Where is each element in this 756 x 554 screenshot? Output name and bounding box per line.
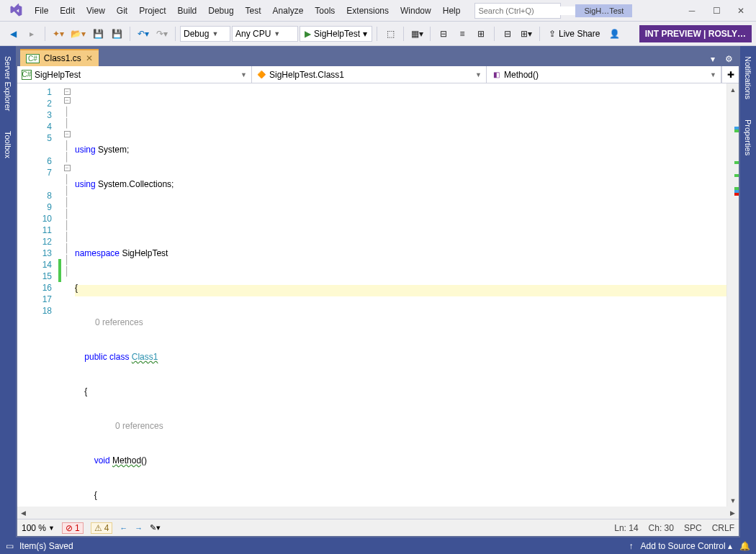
menu-view[interactable]: View	[81, 3, 111, 19]
editor-status-bar: 100 % ▼ ⊘ 1 ⚠ 4 ← → ✎▾ Ln: 14 Ch: 30 SPC…	[17, 519, 739, 536]
right-side-tabs: Notifications Properties	[740, 46, 756, 537]
forward-button[interactable]: ▸	[23, 25, 40, 42]
char-indicator: Ch: 30	[649, 523, 674, 533]
menu-edit[interactable]: Edit	[54, 3, 81, 19]
error-count[interactable]: ⊘ 1	[62, 522, 84, 534]
notifications-icon[interactable]: 🔔	[739, 541, 750, 551]
menu-file[interactable]: File	[29, 3, 54, 19]
csharp-icon: C#	[26, 54, 40, 63]
menu-window[interactable]: Window	[395, 3, 437, 19]
toolbox-tab[interactable]: Toolbox	[2, 127, 14, 163]
menu-help[interactable]: Help	[437, 3, 467, 19]
tool-btn-2[interactable]: ▦▾	[408, 25, 426, 42]
window-controls: ─ ☐ ✕	[680, 1, 753, 20]
nav-project[interactable]: C# SigHelpTest▼	[17, 66, 252, 83]
live-share-button[interactable]: ⇪Live Share	[544, 29, 604, 39]
tool-btn-4[interactable]: ≡	[454, 25, 471, 42]
error-icon: ⊘	[66, 523, 73, 533]
toolbar: ◀ ▸ ✦▾ 📂▾ 💾 💾 ↶▾ ↷▾ Debug▼ Any CPU▼ ▶Sig…	[0, 22, 756, 46]
output-icon[interactable]: ▭	[6, 541, 14, 551]
file-tab-class1[interactable]: C# Class1.cs ✕	[20, 49, 99, 66]
undo-button[interactable]: ↶▾	[135, 25, 152, 42]
method-icon: ◧	[491, 70, 501, 80]
share-icon: ⇪	[549, 29, 556, 39]
class-icon: 🔶	[256, 70, 266, 80]
main-area: Server Explorer Toolbox C# Class1.cs ✕ ▾…	[0, 46, 756, 537]
nav-fwd[interactable]: →	[135, 524, 143, 532]
nav-back[interactable]: ←	[120, 524, 127, 532]
minimize-button[interactable]: ─	[680, 1, 704, 20]
tool-btn-6[interactable]: ⊟	[499, 25, 516, 42]
tool-btn-5[interactable]: ⊞	[472, 25, 490, 42]
tab-settings-icon[interactable]: ⚙	[721, 52, 736, 66]
back-button[interactable]: ◀	[4, 25, 22, 42]
solution-title: SigH…Test	[575, 4, 632, 17]
zoom-level[interactable]: 100 % ▼	[22, 523, 55, 533]
code-text[interactable]: using System; using System.Collections; …	[72, 83, 726, 507]
save-button[interactable]: 💾	[89, 25, 107, 42]
menu-analyze[interactable]: Analyze	[267, 3, 310, 19]
warning-icon: ⚠	[94, 523, 102, 533]
tool-btn-1[interactable]: ⬚	[382, 25, 399, 42]
nav-bar: C# SigHelpTest▼ 🔶 SigHelpTest.Class1▼ ◧ …	[17, 66, 739, 83]
tool-btn-3[interactable]: ⊟	[435, 25, 452, 42]
editor-zone: C# Class1.cs ✕ ▾ ⚙ C# SigHelpTest▼ 🔶 Sig…	[16, 46, 740, 537]
menu-bar: File Edit View Git Project Build Debug T…	[0, 0, 756, 22]
lineending-indicator[interactable]: CRLF	[712, 523, 734, 533]
tab-strip: C# Class1.cs ✕ ▾ ⚙	[17, 47, 739, 66]
warning-count[interactable]: ⚠ 4	[91, 522, 113, 534]
source-control-button[interactable]: Add to Source Control ▴	[641, 541, 732, 551]
start-debug-button[interactable]: ▶SigHelpTest▾	[300, 26, 372, 42]
server-explorer-tab[interactable]: Server Explorer	[2, 52, 14, 115]
vertical-scrollbar[interactable]: ▲ ▼	[726, 83, 739, 507]
search-box[interactable]: 🔍	[474, 3, 561, 19]
menu-debug[interactable]: Debug	[202, 3, 239, 19]
nav-member[interactable]: ◧ Method()▼	[487, 66, 721, 83]
platform-dropdown[interactable]: Any CPU▼	[232, 26, 298, 42]
redo-button[interactable]: ↷▾	[153, 25, 171, 42]
line-indicator: Ln: 14	[614, 523, 638, 533]
publish-icon[interactable]: ↑	[629, 541, 634, 551]
fold-button[interactable]: −	[64, 165, 71, 171]
menu-git[interactable]: Git	[111, 3, 133, 19]
notifications-tab[interactable]: Notifications	[742, 52, 754, 104]
scroll-down-icon[interactable]: ▼	[727, 494, 739, 507]
split-editor-button[interactable]: ✚	[721, 66, 739, 83]
menu-test[interactable]: Test	[240, 3, 267, 19]
config-dropdown[interactable]: Debug▼	[180, 26, 230, 42]
horizontal-scrollbar[interactable]: ◀▶	[17, 507, 739, 519]
menu-build[interactable]: Build	[172, 3, 203, 19]
preview-badge[interactable]: INT PREVIEW | ROSLY…	[639, 25, 752, 42]
feedback-button[interactable]: 👤	[606, 25, 623, 42]
tab-dropdown[interactable]: ▾	[706, 52, 720, 66]
csharp-project-icon: C#	[22, 70, 32, 80]
properties-tab[interactable]: Properties	[742, 115, 754, 160]
brush-tool[interactable]: ✎▾	[150, 523, 161, 532]
maximize-button[interactable]: ☐	[704, 1, 729, 20]
indent-indicator[interactable]: SPC	[684, 523, 702, 533]
tab-tools: ▾ ⚙	[706, 52, 739, 66]
scroll-up-icon[interactable]: ▲	[727, 83, 739, 96]
fold-button[interactable]: −	[64, 131, 71, 137]
fold-button[interactable]: −	[64, 88, 71, 95]
close-button[interactable]: ✕	[729, 1, 753, 20]
nav-class[interactable]: 🔶 SigHelpTest.Class1▼	[252, 66, 487, 83]
menu-project[interactable]: Project	[133, 3, 171, 19]
vs-logo-icon	[7, 2, 24, 19]
left-side-tabs: Server Explorer Toolbox	[0, 46, 16, 537]
code-editor[interactable]: 123456789101112131415161718 −−││−││−││││…	[17, 83, 739, 507]
line-numbers: 123456789101112131415161718	[17, 83, 58, 507]
menu-tools[interactable]: Tools	[309, 3, 341, 19]
tool-btn-7[interactable]: ⊞▾	[518, 25, 535, 42]
save-all-button[interactable]: 💾	[108, 25, 125, 42]
menu-extensions[interactable]: Extensions	[341, 3, 395, 19]
new-item-button[interactable]: ✦▾	[50, 25, 67, 42]
close-tab-icon[interactable]: ✕	[86, 53, 93, 63]
status-message: Item(s) Saved	[19, 541, 73, 551]
fold-gutter: −−││−││−│││││││││	[62, 83, 72, 507]
fold-button[interactable]: −	[64, 97, 71, 104]
file-tab-label: Class1.cs	[44, 53, 81, 63]
search-input[interactable]	[478, 6, 577, 15]
open-button[interactable]: 📂▾	[68, 25, 88, 42]
status-bar: ▭ Item(s) Saved ↑ Add to Source Control …	[0, 537, 756, 554]
